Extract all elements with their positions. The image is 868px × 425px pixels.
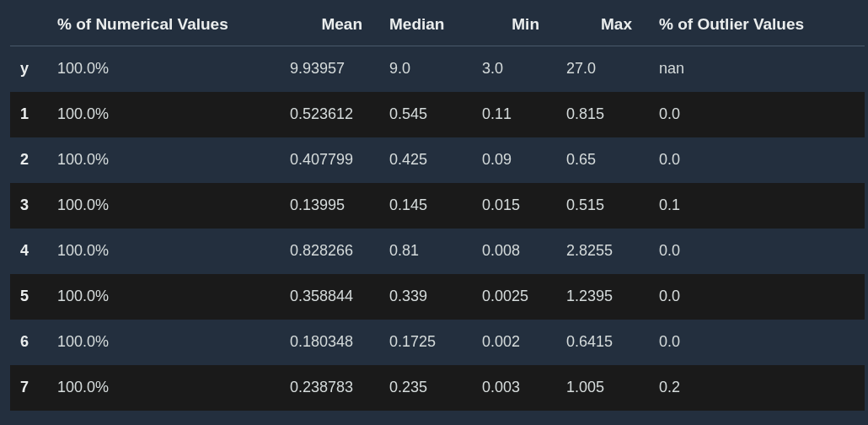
table-row: 1 100.0% 0.523612 0.545 0.11 0.815 0.0 bbox=[10, 92, 865, 137]
cell-max: 0.6415 bbox=[556, 320, 649, 365]
cell-pct-outlier: nan bbox=[649, 46, 865, 92]
header-min: Min bbox=[472, 7, 556, 46]
cell-max: 27.0 bbox=[556, 46, 649, 92]
cell-pct-outlier: 0.0 bbox=[649, 137, 865, 183]
cell-min: 0.11 bbox=[472, 92, 556, 137]
header-mean: Mean bbox=[280, 7, 379, 46]
row-label: y bbox=[10, 46, 47, 92]
table-row: y 100.0% 9.93957 9.0 3.0 27.0 nan bbox=[10, 46, 865, 92]
cell-median: 0.235 bbox=[379, 365, 472, 411]
cell-pct-outlier: 0.1 bbox=[649, 183, 865, 229]
table-row: 5 100.0% 0.358844 0.339 0.0025 1.2395 0.… bbox=[10, 274, 865, 320]
cell-median: 9.0 bbox=[379, 46, 472, 92]
cell-min: 0.003 bbox=[472, 365, 556, 411]
row-label: 2 bbox=[10, 137, 47, 183]
cell-pct-numerical: 100.0% bbox=[47, 320, 280, 365]
table-row: 2 100.0% 0.407799 0.425 0.09 0.65 0.0 bbox=[10, 137, 865, 183]
cell-max: 0.65 bbox=[556, 137, 649, 183]
table-row: 4 100.0% 0.828266 0.81 0.008 2.8255 0.0 bbox=[10, 229, 865, 274]
cell-mean: 0.523612 bbox=[280, 92, 379, 137]
row-label: 3 bbox=[10, 183, 47, 229]
header-row: % of Numerical Values Mean Median Min Ma… bbox=[10, 7, 865, 46]
cell-min: 0.002 bbox=[472, 320, 556, 365]
cell-min: 0.015 bbox=[472, 183, 556, 229]
cell-pct-numerical: 100.0% bbox=[47, 46, 280, 92]
cell-min: 0.09 bbox=[472, 137, 556, 183]
cell-pct-outlier: 0.0 bbox=[649, 320, 865, 365]
cell-pct-outlier: 0.2 bbox=[649, 365, 865, 411]
row-label: 1 bbox=[10, 92, 47, 137]
cell-max: 2.8255 bbox=[556, 229, 649, 274]
cell-median: 0.425 bbox=[379, 137, 472, 183]
cell-median: 0.81 bbox=[379, 229, 472, 274]
cell-pct-numerical: 100.0% bbox=[47, 229, 280, 274]
header-median: Median bbox=[379, 7, 472, 46]
header-pct-numerical: % of Numerical Values bbox=[47, 7, 280, 46]
table-row: 6 100.0% 0.180348 0.1725 0.002 0.6415 0.… bbox=[10, 320, 865, 365]
cell-pct-numerical: 100.0% bbox=[47, 274, 280, 320]
cell-median: 0.339 bbox=[379, 274, 472, 320]
cell-mean: 9.93957 bbox=[280, 46, 379, 92]
cell-median: 0.545 bbox=[379, 92, 472, 137]
row-label: 4 bbox=[10, 229, 47, 274]
cell-pct-numerical: 100.0% bbox=[47, 365, 280, 411]
cell-pct-numerical: 100.0% bbox=[47, 92, 280, 137]
header-pct-outlier: % of Outlier Values bbox=[649, 7, 865, 46]
header-max: Max bbox=[556, 7, 649, 46]
cell-pct-outlier: 0.0 bbox=[649, 274, 865, 320]
row-label: 7 bbox=[10, 365, 47, 411]
table-row: 3 100.0% 0.13995 0.145 0.015 0.515 0.1 bbox=[10, 183, 865, 229]
cell-median: 0.145 bbox=[379, 183, 472, 229]
cell-mean: 0.180348 bbox=[280, 320, 379, 365]
stats-table: % of Numerical Values Mean Median Min Ma… bbox=[10, 7, 865, 411]
row-label: 5 bbox=[10, 274, 47, 320]
cell-mean: 0.358844 bbox=[280, 274, 379, 320]
cell-max: 1.005 bbox=[556, 365, 649, 411]
cell-mean: 0.828266 bbox=[280, 229, 379, 274]
cell-pct-numerical: 100.0% bbox=[47, 183, 280, 229]
cell-max: 0.515 bbox=[556, 183, 649, 229]
cell-min: 0.0025 bbox=[472, 274, 556, 320]
cell-min: 3.0 bbox=[472, 46, 556, 92]
table-row: 7 100.0% 0.238783 0.235 0.003 1.005 0.2 bbox=[10, 365, 865, 411]
cell-max: 0.815 bbox=[556, 92, 649, 137]
header-blank bbox=[10, 7, 47, 46]
cell-pct-numerical: 100.0% bbox=[47, 137, 280, 183]
cell-max: 1.2395 bbox=[556, 274, 649, 320]
cell-mean: 0.407799 bbox=[280, 137, 379, 183]
cell-pct-outlier: 0.0 bbox=[649, 229, 865, 274]
cell-mean: 0.238783 bbox=[280, 365, 379, 411]
cell-median: 0.1725 bbox=[379, 320, 472, 365]
row-label: 6 bbox=[10, 320, 47, 365]
cell-min: 0.008 bbox=[472, 229, 556, 274]
cell-mean: 0.13995 bbox=[280, 183, 379, 229]
cell-pct-outlier: 0.0 bbox=[649, 92, 865, 137]
